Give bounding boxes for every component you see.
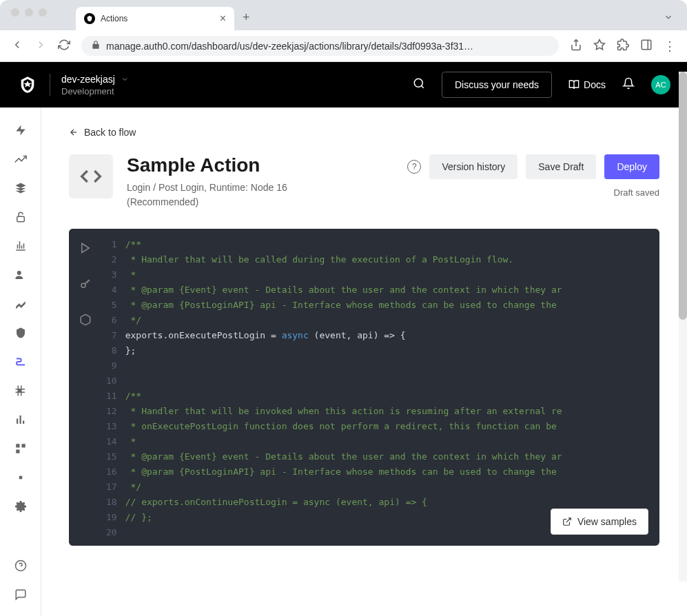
lock-icon [91,40,101,52]
svg-rect-11 [23,421,24,424]
svg-rect-15 [19,476,23,480]
page-title: Sample Action [127,154,393,176]
svg-rect-13 [22,444,25,447]
page-header: Sample Action Login / Post Login, Runtim… [69,154,659,209]
minimize-window-button[interactable] [25,8,33,17]
share-icon[interactable] [570,39,582,54]
editor-toolbar [69,229,102,546]
chevron-down-icon [121,75,129,83]
help-icon[interactable]: ? [407,160,421,174]
tenant-switcher[interactable]: dev-zeekjasj Development [61,74,129,96]
bookmark-icon[interactable] [593,39,606,54]
maximize-window-button[interactable] [39,8,47,17]
svg-line-23 [87,282,88,283]
auth0-favicon-icon [84,13,95,24]
forward-icon[interactable] [34,39,47,54]
svg-marker-0 [595,39,605,49]
svg-line-22 [89,280,90,282]
scrollbar-thumb[interactable] [679,72,687,320]
sidebar-monitoring[interactable] [0,405,41,434]
sidebar-applications[interactable] [0,174,41,203]
svg-marker-19 [82,243,90,253]
svg-rect-1 [642,40,651,50]
browser-tab-bar: Actions × + [0,0,687,30]
sidebar-marketplace[interactable] [0,434,41,463]
book-icon [568,79,580,90]
svg-point-8 [17,271,21,275]
sidebar-help[interactable] [0,551,41,580]
sidebar-nav [0,107,41,616]
sidebar-user-management[interactable] [0,260,41,289]
main-content: Back to flow Sample Action Login / Post … [41,107,687,616]
url-text: manage.auth0.com/dashboard/us/dev-zeekja… [106,41,473,52]
close-tab-icon[interactable]: × [220,12,226,25]
sidebar-actions[interactable] [0,347,41,376]
svg-marker-3 [23,81,32,88]
discuss-button[interactable]: Discuss your needs [442,72,552,98]
svg-rect-7 [17,216,25,222]
sidebar-getting-started[interactable] [0,116,41,145]
external-link-icon [562,517,572,526]
back-icon[interactable] [11,39,23,54]
docs-link[interactable]: Docs [568,79,606,90]
reload-icon[interactable] [58,39,70,54]
main-layout: Back to flow Sample Action Login / Post … [0,107,687,616]
sidebar-extensions[interactable] [0,463,41,492]
page-subtitle: Login / Post Login, Runtime: Node 16 (Re… [127,181,320,209]
browser-tab-active[interactable]: Actions × [76,7,234,30]
svg-line-21 [85,280,89,284]
svg-rect-12 [16,444,19,447]
sidebar-organizations[interactable] [0,232,41,260]
panel-icon[interactable] [640,39,653,54]
browser-window: Actions × + manage.auth0.com/dashboard/u… [0,0,687,62]
sidebar-branding[interactable] [0,289,41,318]
code-editor[interactable]: 1234567891011121314151617181920 /** * Ha… [69,229,659,546]
browser-toolbar: manage.auth0.com/dashboard/us/dev-zeekja… [0,30,687,62]
svg-rect-10 [20,415,21,424]
tenant-environment: Development [61,86,129,96]
search-icon[interactable] [413,77,425,92]
svg-point-4 [414,79,422,87]
svg-point-20 [81,283,85,287]
app-header: dev-zeekjasj Development Discuss your ne… [0,62,687,107]
tab-title: Actions [101,14,127,23]
browser-menu-icon[interactable]: ⋮ [664,39,676,54]
svg-rect-14 [16,450,19,453]
arrow-left-icon [69,127,79,137]
view-samples-button[interactable]: View samples [551,509,648,535]
code-content[interactable]: /** * Handler that will be called during… [125,229,659,546]
sidebar-feedback[interactable] [0,580,41,609]
url-field[interactable]: manage.auth0.com/dashboard/us/dev-zeekja… [81,36,559,56]
tenant-name: dev-zeekjasj [61,74,115,85]
sidebar-security[interactable] [0,318,41,347]
extensions-icon[interactable] [617,39,629,54]
svg-marker-6 [16,125,25,136]
auth0-logo-icon[interactable] [17,74,39,96]
back-to-flow-link[interactable]: Back to flow [69,127,659,138]
sidebar-auth-pipeline[interactable] [0,376,41,405]
page-scrollbar[interactable] [679,72,687,582]
code-icon [69,154,113,198]
version-history-button[interactable]: Version history [429,154,517,179]
secrets-icon[interactable] [69,273,102,295]
save-draft-button[interactable]: Save Draft [526,154,596,179]
svg-line-5 [421,85,423,88]
sidebar-authentication[interactable] [0,203,41,232]
divider [50,74,50,96]
avatar[interactable]: AC [651,75,670,94]
sidebar-settings[interactable] [0,492,41,521]
window-controls [0,0,58,25]
line-numbers: 1234567891011121314151617181920 [102,229,125,546]
tabs-dropdown-icon[interactable] [650,7,687,30]
close-window-button[interactable] [11,8,19,17]
notifications-icon[interactable] [622,77,635,92]
dependencies-icon[interactable] [69,309,102,331]
sidebar-activity[interactable] [0,145,41,174]
deploy-button[interactable]: Deploy [604,154,659,179]
svg-rect-9 [17,419,18,424]
new-tab-button[interactable]: + [234,5,258,30]
draft-status: Draft saved [614,187,659,198]
run-icon[interactable] [69,237,102,259]
